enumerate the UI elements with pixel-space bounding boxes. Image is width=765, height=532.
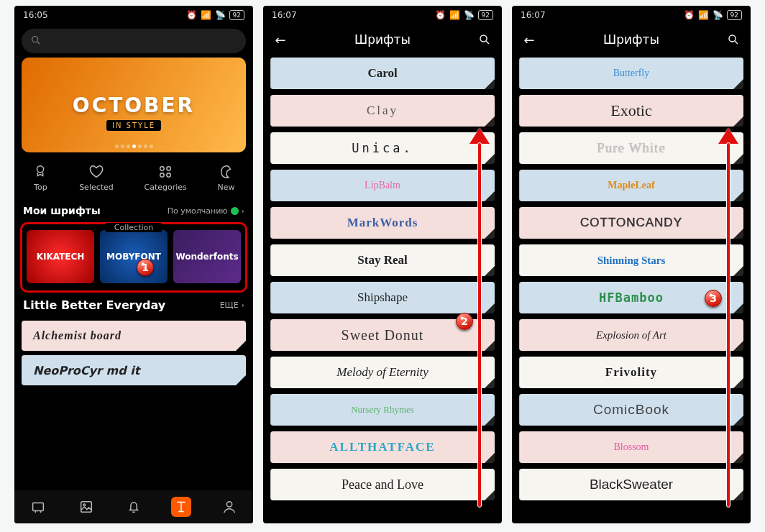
font-row[interactable]: BlackSweater: [519, 469, 743, 500]
font-row[interactable]: Butterfly: [519, 58, 743, 89]
font-row[interactable]: Clay: [270, 95, 495, 127]
default-sort-link[interactable]: По умолчанию ›: [168, 206, 244, 216]
back-button[interactable]: ←: [519, 29, 539, 50]
phone-screen-font-list-b: 16:07 ⏰ 📶 📡 92 ← Шрифты ButterflyExoticP…: [512, 6, 751, 523]
font-row[interactable]: Carol: [270, 58, 495, 89]
font-row[interactable]: MarkWords: [270, 207, 495, 239]
font-name-label: Melody of Eternity: [336, 365, 428, 380]
back-button[interactable]: ←: [270, 29, 290, 50]
search-button[interactable]: [475, 29, 495, 50]
font-name-label: Explosion of Art: [596, 329, 666, 341]
font-list[interactable]: CarolClayUnica.LipBalmMarkWordsStay Real…: [263, 55, 502, 508]
font-row[interactable]: Frivolity: [519, 357, 743, 388]
page-title: Шрифты: [539, 32, 723, 47]
font-row[interactable]: Shipshape: [270, 282, 495, 313]
svg-point-0: [32, 36, 38, 42]
svg-rect-7: [33, 503, 44, 511]
signal-icon: 📶: [698, 10, 709, 20]
bottom-nav: [14, 490, 253, 523]
font-list[interactable]: ButterflyExoticPure WhiteMapleLeafCOTTON…: [512, 55, 751, 508]
wifi-icon: 📡: [464, 10, 475, 20]
alarm-icon: ⏰: [186, 10, 197, 20]
nav-fonts[interactable]: [171, 497, 191, 517]
collection-card-mobyfont[interactable]: MOBYFONT: [100, 230, 168, 283]
font-row[interactable]: LipBalm: [270, 170, 495, 201]
tab-new[interactable]: New: [218, 164, 235, 192]
svg-point-6: [167, 173, 171, 178]
status-bar: 16:07 ⏰ 📶 📡 92: [263, 6, 502, 24]
font-row[interactable]: Melody of Eternity: [270, 357, 495, 388]
font-row[interactable]: Pure White: [519, 132, 743, 164]
hero-banner[interactable]: OCTOBER IN STYLE: [22, 58, 246, 152]
font-name-label: ALLTHATFACE: [329, 440, 435, 454]
font-row[interactable]: Unica.: [270, 132, 495, 164]
arrow-left-icon: ←: [523, 32, 534, 47]
font-row[interactable]: Explosion of Art: [519, 319, 743, 351]
tab-top[interactable]: Top: [32, 164, 48, 192]
signal-icon: 📶: [449, 10, 460, 20]
nav-wallpapers[interactable]: [76, 497, 96, 517]
collection-card-wonderfonts[interactable]: Wonderfonts: [173, 230, 241, 283]
font-name-label: HFBamboo: [599, 290, 664, 305]
tab-label: Categories: [145, 183, 187, 192]
collection-divider-label: Collection: [106, 223, 162, 232]
svg-line-1: [37, 42, 40, 44]
status-bar: 16:07 ⏰ 📶 📡 92: [512, 6, 751, 24]
status-indicators: ⏰ 📶 📡 92: [186, 10, 244, 20]
svg-point-13: [729, 35, 736, 42]
tab-categories[interactable]: Categories: [145, 164, 187, 192]
search-input[interactable]: [22, 29, 246, 53]
font-name-label: Shinning Stars: [597, 254, 666, 267]
collection-row: KIKATECH MOBYFONT Wonderfonts: [27, 230, 241, 283]
svg-point-3: [160, 167, 165, 171]
page-header: ← Шрифты: [512, 24, 751, 55]
font-name-label: Nursery Rhymes: [351, 404, 414, 416]
font-row[interactable]: Nursery Rhymes: [270, 394, 495, 426]
signal-icon: 📶: [201, 10, 211, 20]
collection-highlight-box: Collection KIKATECH MOBYFONT Wonderfonts: [20, 222, 247, 293]
chevron-right-icon: ›: [242, 301, 244, 310]
font-name-label: Clay: [367, 104, 398, 118]
section-title: Мои шрифты: [23, 205, 101, 216]
font-row[interactable]: MapleLeaf: [519, 170, 743, 201]
font-name-label: Pure White: [597, 140, 666, 156]
font-name-label: ComicBook: [593, 402, 669, 418]
font-row[interactable]: Exotic: [519, 95, 743, 127]
nav-profile[interactable]: [219, 497, 239, 517]
svg-point-11: [480, 35, 487, 42]
font-row[interactable]: Stay Real: [270, 244, 495, 276]
font-row[interactable]: ComicBook: [519, 394, 743, 426]
wifi-icon: 📡: [713, 10, 723, 20]
tab-label: Top: [34, 183, 47, 192]
svg-point-2: [37, 166, 44, 173]
annotation-badge-3: 3: [705, 290, 722, 307]
collection-card-kikatech[interactable]: KIKATECH: [27, 230, 94, 283]
search-button[interactable]: [723, 29, 743, 50]
font-preview-row[interactable]: Alchemist board: [22, 321, 246, 351]
font-name-label: Carol: [367, 66, 397, 81]
status-time: 16:07: [521, 10, 546, 20]
svg-point-10: [226, 502, 232, 507]
font-row[interactable]: Shinning Stars: [519, 244, 743, 276]
font-row[interactable]: COTTONCANDY: [519, 207, 743, 239]
font-row[interactable]: ALLTHATFACE: [270, 431, 495, 463]
status-indicators: ⏰ 📶 📡 92: [435, 10, 493, 20]
section-title: Little Better Everyday: [23, 298, 165, 312]
tab-selected[interactable]: Selected: [79, 164, 114, 192]
status-time: 16:07: [272, 10, 297, 20]
font-row[interactable]: Blossom: [519, 431, 743, 463]
font-name-label: COTTONCANDY: [580, 216, 682, 230]
check-icon: [231, 207, 239, 215]
more-link[interactable]: ЕЩЕ ›: [220, 301, 244, 310]
font-name-label: Butterfly: [613, 68, 650, 79]
section-my-fonts-header: Мои шрифты По умолчанию ›: [14, 201, 253, 221]
nav-themes[interactable]: [28, 497, 48, 517]
page-header: ← Шрифты: [263, 24, 502, 55]
category-tabs: Top Selected Categories New: [14, 158, 253, 201]
phone-screen-themes-home: 16:05 ⏰ 📶 📡 92 OCTOBER IN STYLE Top Sele…: [14, 6, 253, 523]
font-preview-row[interactable]: NeoProCyr md it: [22, 355, 246, 385]
font-name-label: Sweet Donut: [342, 327, 424, 344]
nav-notifications[interactable]: [124, 497, 144, 517]
font-row[interactable]: Peace and Love: [270, 469, 495, 500]
svg-point-9: [83, 504, 85, 506]
